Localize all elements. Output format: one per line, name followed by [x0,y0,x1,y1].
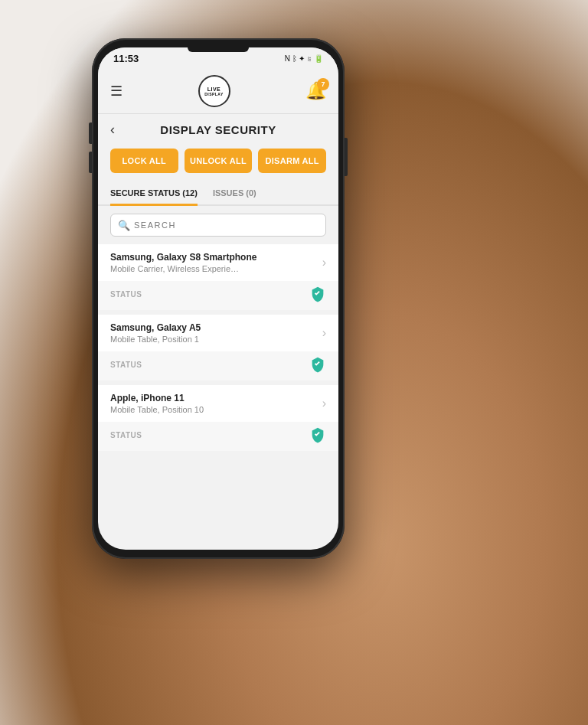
shield-icon-2 [309,356,326,373]
app-header: ☰ LIVE DISPLAY 🔔 7 [98,69,338,114]
shield-icon-3 [309,426,326,443]
search-icon: 🔍 [118,220,130,231]
vol-up-button [89,122,92,144]
page-title: DISPLAY SECURITY [124,123,326,136]
search-input[interactable] [110,214,326,237]
device-name-3: Apple, iPhone 11 [110,393,322,403]
device-sub-3: Mobile Table, Position 10 [110,405,322,414]
device-info-2: Samsung, Galaxy A5 Mobile Table, Positio… [110,322,322,344]
notch [188,47,249,52]
device-name-1: Samsung, Galaxy S8 Smartphone [110,252,322,263]
status-label-3: STATUS [110,431,142,439]
app-logo: LIVE DISPLAY [198,75,230,107]
device-info-1: Samsung, Galaxy S8 Smartphone Mobile Car… [110,252,322,273]
status-row-3: STATUS [98,422,338,451]
unlock-all-button[interactable]: UNLOCK ALL [185,149,253,173]
vol-down-button [89,152,92,173]
lock-all-button[interactable]: LOCK ALL [110,149,178,173]
phone-screen: 11:53 N ᛒ ✦ ≋ 🔋 ☰ LIVE DISPLAY 🔔 7 [98,47,338,550]
page-header: ‹ DISPLAY SECURITY [98,114,338,142]
chevron-icon-3: › [322,397,326,410]
tab-issues[interactable]: ISSUES (0) [213,182,256,206]
action-buttons-group: LOCK ALL UNLOCK ALL DISARM ALL [98,142,338,182]
tabs-bar: SECURE STATUS (12) ISSUES (0) [98,182,338,206]
logo-display: DISPLAY [204,92,224,96]
device-sub-1: Mobile Carrier, Wireless Experie… [110,264,322,273]
scene: 11:53 N ᛒ ✦ ≋ 🔋 ☰ LIVE DISPLAY 🔔 7 [0,0,588,725]
menu-icon[interactable]: ☰ [110,83,122,100]
search-input-wrapper: 🔍 [110,214,326,237]
device-card-2: Samsung, Galaxy A5 Mobile Table, Positio… [98,315,338,380]
back-button[interactable]: ‹ [110,122,115,138]
phone-shell: 11:53 N ᛒ ✦ ≋ 🔋 ☰ LIVE DISPLAY 🔔 7 [92,38,345,559]
device-name-2: Samsung, Galaxy A5 [110,322,322,333]
tab-secure-status[interactable]: SECURE STATUS (12) [110,182,198,206]
logo-live: LIVE [207,87,221,92]
search-section: 🔍 [98,206,338,244]
device-list: Samsung, Galaxy S8 Smartphone Mobile Car… [98,244,338,456]
status-time: 11:53 [113,53,139,64]
chevron-icon-2: › [322,326,326,340]
status-icons: N ᛒ ✦ ≋ 🔋 [285,54,323,63]
status-row-2: STATUS [98,351,338,380]
device-sub-2: Mobile Table, Position 1 [110,335,322,344]
status-row-1: STATUS [98,281,338,310]
device-row-2[interactable]: Samsung, Galaxy A5 Mobile Table, Positio… [98,315,338,351]
device-info-3: Apple, iPhone 11 Mobile Table, Position … [110,393,322,414]
notification-bell-wrapper[interactable]: 🔔 7 [305,81,326,101]
status-icons-text: N ᛒ ✦ ≋ 🔋 [285,54,323,63]
device-row-3[interactable]: Apple, iPhone 11 Mobile Table, Position … [98,385,338,422]
device-card-1: Samsung, Galaxy S8 Smartphone Mobile Car… [98,244,338,310]
notification-badge: 7 [317,78,329,90]
disarm-all-button[interactable]: DISARM ALL [258,149,326,173]
status-label-1: STATUS [110,290,142,299]
status-label-2: STATUS [110,361,142,369]
device-card-3: Apple, iPhone 11 Mobile Table, Position … [98,385,338,451]
power-button [345,138,348,176]
chevron-icon-1: › [322,256,326,269]
device-row-1[interactable]: Samsung, Galaxy S8 Smartphone Mobile Car… [98,244,338,281]
shield-icon-1 [309,286,326,302]
